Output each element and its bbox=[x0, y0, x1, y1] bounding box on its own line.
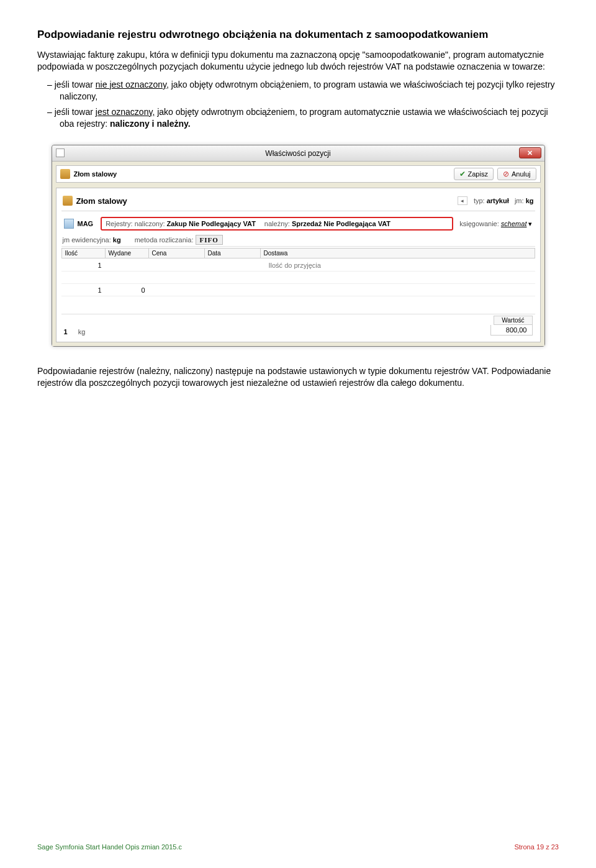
footer-left: Sage Symfonia Start Handel Opis zmian 20… bbox=[37, 843, 182, 851]
value-label: Wartość bbox=[494, 316, 532, 325]
page-footer: Sage Symfonia Start Handel Opis zmian 20… bbox=[37, 843, 559, 851]
button-label: Anuluj bbox=[512, 170, 531, 178]
window-title: Właściwości pozycji bbox=[265, 149, 330, 158]
close-button[interactable]: ✕ bbox=[519, 147, 541, 158]
table-row[interactable]: 1 0 bbox=[61, 284, 535, 296]
label: należny: bbox=[264, 220, 290, 227]
dialog-window: Właściwości pozycji ✕ Złom stalowy ✔Zapi… bbox=[52, 145, 545, 347]
cell bbox=[105, 264, 148, 267]
nalezny-value[interactable]: Sprzedaż Nie Podlegająca VAT bbox=[292, 220, 391, 227]
cell: 0 bbox=[105, 285, 148, 295]
document-icon bbox=[64, 219, 74, 229]
toolbar-row: Złom stalowy ✔Zapisz ⊘Anuluj bbox=[56, 165, 541, 183]
nav-left-button[interactable]: ◂ bbox=[458, 196, 467, 205]
check-icon: ✔ bbox=[459, 170, 466, 178]
method-value[interactable]: FIFO bbox=[196, 235, 223, 245]
unit-value: kg bbox=[526, 197, 534, 204]
cell bbox=[260, 289, 535, 291]
bullet-list: jeśli towar nie jest oznaczony, jako obj… bbox=[37, 79, 559, 130]
cancel-button[interactable]: ⊘Anuluj bbox=[497, 168, 536, 180]
column-header[interactable]: Data bbox=[204, 248, 260, 258]
type-value: artykuł bbox=[487, 197, 509, 204]
save-button[interactable]: ✔Zapisz bbox=[454, 168, 494, 180]
label: typ: bbox=[474, 197, 485, 204]
registers-row: MAG Rejestry: naliczony: Zakup Nie Podle… bbox=[61, 214, 535, 234]
item-header: Złom stalowy ◂ typ: artykuł jm: kg bbox=[61, 193, 535, 211]
footer-right: Strona 19 z 23 bbox=[514, 843, 559, 851]
column-header[interactable]: Cena bbox=[148, 248, 204, 258]
table-row[interactable]: 1 Ilość do przyjęcia bbox=[61, 259, 535, 272]
cell bbox=[204, 264, 260, 267]
catalog-icon bbox=[63, 196, 73, 206]
text: jeśli towar bbox=[55, 107, 96, 117]
underlined-text: jest oznaczony, bbox=[96, 107, 155, 117]
page-heading: Podpowiadanie rejestru odwrotnego obciąż… bbox=[37, 28, 559, 42]
summary-row: 1 kg Wartość 800,00 bbox=[61, 314, 535, 336]
cell: 1 bbox=[61, 260, 105, 270]
item-name: Złom stalowy bbox=[76, 196, 458, 206]
cell: 1 bbox=[61, 285, 105, 295]
cell bbox=[148, 289, 204, 291]
highlighted-registers: Rejestry: naliczony: Zakup Nie Podlegają… bbox=[101, 217, 453, 231]
intro-paragraph: Wystawiając fakturę zakupu, która w defi… bbox=[37, 49, 559, 73]
label: jm ewidencyjna: bbox=[63, 236, 111, 244]
column-header[interactable]: Dostawa bbox=[260, 248, 535, 258]
cancel-icon: ⊘ bbox=[503, 170, 509, 178]
titlebar: Właściwości pozycji ✕ bbox=[52, 145, 544, 162]
button-label: Zapisz bbox=[468, 170, 488, 178]
booking-field[interactable]: księgowanie: schemat ▾ bbox=[459, 220, 532, 228]
label: księgowanie: bbox=[459, 220, 499, 227]
column-header[interactable]: Wydane bbox=[105, 248, 148, 258]
system-menu-icon[interactable] bbox=[56, 148, 65, 157]
column-header[interactable]: Ilość bbox=[61, 248, 105, 258]
sum-unit: kg bbox=[78, 328, 86, 336]
underlined-text: nie jest oznaczony, bbox=[96, 80, 169, 89]
jmew-value: kg bbox=[113, 236, 121, 244]
text: jeśli towar bbox=[55, 80, 96, 89]
bold-text: naliczony i należny. bbox=[110, 119, 191, 129]
list-item: jeśli towar jest oznaczony, jako objęty … bbox=[37, 106, 559, 130]
cell: Ilość do przyjęcia bbox=[260, 260, 535, 270]
label: Rejestry: naliczony: bbox=[106, 220, 165, 227]
sum-qty: 1 bbox=[64, 328, 68, 336]
label: jm: bbox=[515, 197, 524, 204]
value-box: Wartość 800,00 bbox=[490, 316, 533, 336]
cell bbox=[204, 289, 260, 291]
cell bbox=[148, 264, 204, 267]
inner-panel: Złom stalowy ◂ typ: artykuł jm: kg MAG R… bbox=[56, 188, 541, 342]
booking-value: schemat bbox=[501, 220, 527, 227]
attributes-row: jm ewidencyjna: kg metoda rozliczania: F… bbox=[61, 234, 535, 247]
label: metoda rozliczania: bbox=[135, 236, 194, 244]
naliczony-value[interactable]: Zakup Nie Podlegający VAT bbox=[167, 220, 256, 227]
mag-code: MAG bbox=[78, 220, 94, 227]
catalog-icon bbox=[60, 169, 70, 179]
value-amount: 800,00 bbox=[490, 325, 533, 336]
table-header: Ilość Wydane Cena Data Dostawa bbox=[61, 247, 535, 259]
closing-paragraph: Podpowiadanie rejestrów (należny, nalicz… bbox=[37, 365, 559, 389]
list-item: jeśli towar nie jest oznaczony, jako obj… bbox=[37, 79, 559, 103]
item-code: Złom stalowy bbox=[74, 170, 450, 178]
